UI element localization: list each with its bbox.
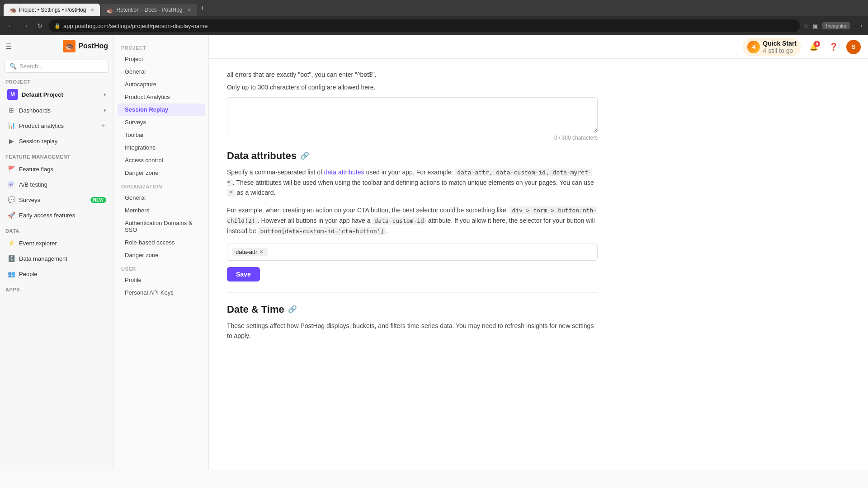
sidebar-item-session-replay[interactable]: ▶ Session replay (3, 134, 111, 148)
sidebar-item-product-analytics[interactable]: 📊 Product analytics ＋ (3, 118, 111, 133)
section-divider (227, 292, 598, 293)
search-icon: 🔍 (9, 63, 17, 70)
tag-value: data-attr (236, 249, 257, 255)
org-nav-section: Organization (114, 179, 208, 191)
add-product-analytics-btn[interactable]: ＋ (100, 122, 106, 130)
extension-icon[interactable]: ▣ (813, 22, 819, 29)
logo-text: PostHog (78, 42, 108, 50)
settings-nav-personal-api[interactable]: Personal API Keys (118, 286, 205, 299)
settings-nav-integrations[interactable]: Integrations (118, 141, 205, 154)
incognito-badge: Incognito (822, 22, 850, 29)
char-count: 0 / 300 characters (227, 135, 598, 141)
rocket-icon: 🚀 (7, 211, 15, 219)
data-attributes-desc1: Specify a comma-separated list of data a… (227, 167, 598, 198)
chat-icon: 💬 (7, 196, 15, 204)
user-nav-section: User (114, 262, 208, 273)
close-tab-btn[interactable]: ✕ (90, 7, 94, 13)
nav-label-early-access: Early access features (19, 212, 106, 219)
sidebar-item-dashboards[interactable]: ⊞ Dashboards ▾ (3, 103, 111, 117)
code-selector2: button[data-custom-id='cta-button'] (258, 227, 387, 235)
users-icon: 👥 (7, 270, 15, 278)
data-attributes-desc2: For example, when creating an action on … (227, 205, 598, 236)
sidebar-item-feature-flags[interactable]: 🚩 Feature flags (3, 162, 111, 176)
settings-nav-autocapture[interactable]: Autocapture (118, 78, 205, 90)
save-button[interactable]: Save (227, 267, 260, 282)
project-selector[interactable]: M Default Project ▾ (3, 87, 111, 102)
back-btn[interactable]: ← (5, 20, 16, 31)
user-avatar[interactable]: S (846, 40, 861, 54)
settings-nav-profile[interactable]: Profile (118, 274, 205, 286)
chevron-down-icon: ▾ (104, 92, 106, 98)
address-icons: ☆ ▣ Incognito ⟶ (803, 22, 863, 29)
settings-nav-auth-domains[interactable]: Authentication Domains & SSO (118, 217, 205, 236)
tag-remove-btn[interactable]: ✕ (259, 249, 264, 255)
nav-label-event-explorer: Event explorer (19, 240, 106, 247)
quick-start-title: Quick Start (763, 40, 797, 47)
sidebar-item-event-explorer[interactable]: ⚡ Event explorer (3, 236, 111, 250)
refresh-btn[interactable]: ↻ (34, 20, 45, 31)
notifications-btn[interactable]: 🔔 0 (807, 40, 821, 54)
app-layout: ☰ 🦔 PostHog 🔍 Search... PROJECT M Defaul… (0, 35, 868, 470)
search-placeholder: Search... (19, 63, 43, 70)
logo-icon: 🦔 (63, 40, 75, 52)
code-example1: data-attr, data-custom-id, data-myref-* (227, 169, 592, 187)
play-icon: ▶ (7, 137, 15, 145)
address-bar-area: ← → ↻ 🔒 app.posthog.com/settings/project… (0, 16, 868, 35)
settings-nav-access-control[interactable]: Access control (118, 154, 205, 166)
minimize-btn[interactable]: ⟶ (854, 22, 863, 29)
project-avatar: M (7, 89, 18, 100)
settings-nav-session-replay[interactable]: Session Replay (118, 103, 205, 116)
sidebar-item-ab-testing[interactable]: ⚗️ A/B testing (3, 177, 111, 192)
sidebar-item-early-access[interactable]: 🚀 Early access features (3, 208, 111, 222)
data-attributes-anchor[interactable]: 🔗 (300, 151, 309, 160)
bookmark-icon[interactable]: ☆ (803, 22, 809, 29)
date-time-anchor[interactable]: 🔗 (288, 305, 297, 314)
settings-nav-product-analytics[interactable]: Product Analytics (118, 91, 205, 103)
nav-label-product-analytics: Product analytics (19, 122, 96, 129)
close-inactive-tab-btn[interactable]: ✕ (187, 7, 191, 13)
data-section-label: DATA (0, 225, 113, 235)
settings-nav-project[interactable]: Project (118, 53, 205, 65)
svg-text:🦔: 🦔 (65, 42, 74, 51)
surveys-new-badge: NEW (90, 197, 106, 203)
project-nav-section: Project (114, 41, 208, 52)
scrolled-text-1: all errors that are exactly "bot", you c… (227, 70, 598, 80)
hamburger-btn[interactable]: ☰ (5, 42, 12, 51)
settings-nav-members[interactable]: Members (118, 204, 205, 216)
date-time-title: Date & Time 🔗 (227, 304, 598, 315)
notification-badge: 0 (814, 41, 820, 47)
sidebar-item-people[interactable]: 👥 People (3, 267, 111, 281)
new-tab-btn[interactable]: + (198, 4, 208, 13)
sidebar-item-data-management[interactable]: 🗄️ Data management (3, 251, 111, 266)
sidebar-search[interactable]: 🔍 Search... (5, 60, 109, 73)
nav-label-surveys: Surveys (19, 197, 87, 203)
address-input[interactable]: 🔒 app.posthog.com/settings/project#perso… (49, 19, 800, 32)
bar-chart-icon: 📊 (7, 122, 15, 130)
quick-start-text: Quick Start 4 still to go (763, 40, 797, 54)
quick-start-icon: 4 (747, 41, 760, 53)
grid-icon: ⊞ (7, 106, 15, 114)
config-textarea[interactable] (227, 97, 598, 133)
settings-nav-org-general[interactable]: General (118, 192, 205, 204)
active-tab[interactable]: 🦔 Project • Settings • PostHog ✕ (4, 4, 100, 16)
inactive-tab[interactable]: 🦔 Retention - Docs - PostHog ✕ (101, 4, 196, 16)
apps-section-label: APPS (0, 283, 113, 294)
settings-nav-danger-zone-project[interactable]: Danger zone (118, 167, 205, 179)
quick-start-widget[interactable]: 4 Quick Start 4 still to go (743, 38, 801, 56)
help-btn[interactable]: ❓ (826, 40, 841, 54)
forward-btn[interactable]: → (20, 20, 31, 31)
settings-nav-general[interactable]: General (118, 66, 205, 78)
project-name: Default Project (22, 91, 100, 98)
data-attributes-title: Data attributes 🔗 (227, 150, 598, 162)
settings-nav: Project Project General Autocapture Prod… (114, 35, 209, 470)
nav-label-people: People (19, 271, 106, 277)
settings-nav-toolbar[interactable]: Toolbar (118, 129, 205, 141)
settings-nav-org-danger[interactable]: Danger zone (118, 249, 205, 261)
data-attributes-link[interactable]: data attributes (324, 169, 364, 176)
nav-label-ab-testing: A/B testing (19, 181, 106, 188)
sidebar-item-surveys[interactable]: 💬 Surveys NEW (3, 192, 111, 207)
settings-nav-surveys[interactable]: Surveys (118, 116, 205, 128)
settings-nav-role-based[interactable]: Role-based access (118, 236, 205, 249)
data-attr-tag-input[interactable]: data-attr ✕ (227, 244, 598, 261)
top-bar-right: 4 Quick Start 4 still to go 🔔 0 ❓ S (743, 38, 861, 56)
